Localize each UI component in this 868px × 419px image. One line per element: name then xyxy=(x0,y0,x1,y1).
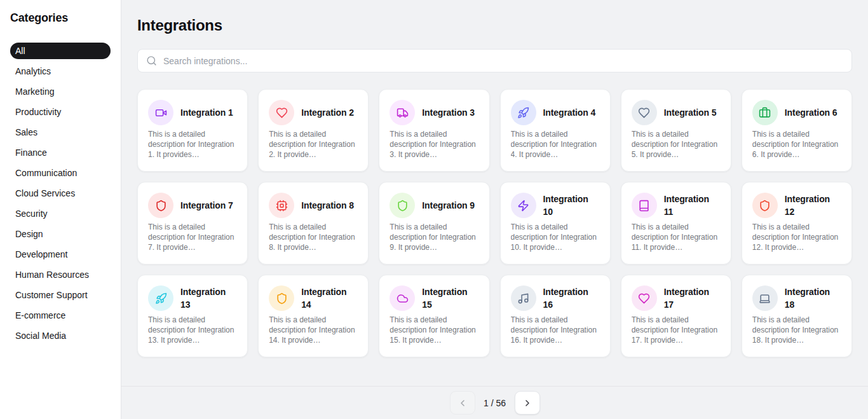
search-input[interactable] xyxy=(163,56,843,66)
cloud-icon xyxy=(390,285,415,311)
chevron-left-icon xyxy=(458,398,468,408)
integration-card[interactable]: Integration 13 This is a detailed descri… xyxy=(137,275,248,357)
integration-card[interactable]: Integration 4 This is a detailed descrip… xyxy=(500,89,611,172)
integration-card[interactable]: Integration 14 This is a detailed descri… xyxy=(258,275,369,357)
heart-icon xyxy=(632,100,657,125)
sidebar-item-productivity[interactable]: Productivity xyxy=(10,104,111,120)
heart-icon xyxy=(269,100,294,125)
prev-page-button[interactable] xyxy=(450,391,475,415)
sidebar-item-all[interactable]: All xyxy=(10,43,111,59)
shield-icon xyxy=(269,285,294,311)
sidebar-item-security[interactable]: Security xyxy=(10,205,111,222)
sidebar-item-customer-support[interactable]: Customer Support xyxy=(10,287,111,303)
sidebar-item-sales[interactable]: Sales xyxy=(10,124,111,141)
integration-card[interactable]: Integration 2 This is a detailed descrip… xyxy=(258,89,369,172)
integration-card[interactable]: Integration 8 This is a detailed descrip… xyxy=(258,182,369,264)
heart-icon xyxy=(632,285,657,311)
next-page-button[interactable] xyxy=(515,391,540,415)
sidebar-item-human-resources[interactable]: Human Resources xyxy=(10,266,111,283)
truck-icon xyxy=(390,100,415,125)
search-bar[interactable] xyxy=(137,49,852,72)
integration-card[interactable]: Integration 10 This is a detailed descri… xyxy=(500,182,611,264)
video-icon xyxy=(148,100,173,125)
sidebar-item-social-media[interactable]: Social Media xyxy=(10,327,111,344)
sidebar-item-finance[interactable]: Finance xyxy=(10,144,111,161)
categories-sidebar: Categories AllAnalyticsMarketingProducti… xyxy=(0,0,121,419)
integration-card[interactable]: Integration 15 This is a detailed descri… xyxy=(379,275,489,357)
integration-card[interactable]: Integration 3 This is a detailed descrip… xyxy=(379,89,489,172)
sidebar-item-analytics[interactable]: Analytics xyxy=(10,63,111,79)
main-panel: Integrations Integration 1 This is a det… xyxy=(121,0,868,419)
book-icon xyxy=(632,193,657,218)
categories-nav: AllAnalyticsMarketingProductivitySalesFi… xyxy=(10,43,111,344)
chevron-right-icon xyxy=(522,398,532,408)
briefcase-icon xyxy=(752,100,778,125)
integration-card[interactable]: Integration 1 This is a detailed descrip… xyxy=(137,89,248,172)
search-icon xyxy=(146,55,157,66)
pagination-bar: 1 / 56 xyxy=(121,386,868,419)
sidebar-item-e-commerce[interactable]: E-commerce xyxy=(10,307,111,324)
shield-icon xyxy=(390,193,415,218)
cpu-icon xyxy=(269,193,294,218)
integration-card[interactable]: Integration 17 This is a detailed descri… xyxy=(621,275,731,357)
integration-card[interactable]: Integration 7 This is a detailed descrip… xyxy=(137,182,248,264)
sidebar-item-communication[interactable]: Communication xyxy=(10,165,111,181)
rocket-icon xyxy=(511,100,536,125)
sidebar-item-marketing[interactable]: Marketing xyxy=(10,83,111,100)
integrations-grid: Integration 1 This is a detailed descrip… xyxy=(137,89,852,357)
shield-icon xyxy=(148,193,173,218)
integration-card[interactable]: Integration 11 This is a detailed descri… xyxy=(621,182,731,264)
rocket-icon xyxy=(148,285,173,311)
sidebar-item-design[interactable]: Design xyxy=(10,226,111,242)
content-area: Integrations Integration 1 This is a det… xyxy=(121,0,868,386)
sidebar-title: Categories xyxy=(10,11,111,25)
integration-card[interactable]: Integration 16 This is a detailed descri… xyxy=(500,275,611,357)
page-title: Integrations xyxy=(137,17,852,34)
integration-card[interactable]: Integration 9 This is a detailed descrip… xyxy=(379,182,489,264)
laptop-icon xyxy=(752,285,778,311)
shield-icon xyxy=(752,193,778,218)
app-window: Categories AllAnalyticsMarketingProducti… xyxy=(0,0,868,419)
page-indicator: 1 / 56 xyxy=(483,398,507,408)
integration-card[interactable]: Integration 12 This is a detailed descri… xyxy=(742,182,852,264)
integration-card[interactable]: Integration 18 This is a detailed descri… xyxy=(742,275,852,357)
sidebar-item-cloud-services[interactable]: Cloud Services xyxy=(10,185,111,202)
sidebar-item-development[interactable]: Development xyxy=(10,246,111,263)
integration-card[interactable]: Integration 6 This is a detailed descrip… xyxy=(742,89,852,172)
zap-icon xyxy=(511,193,536,218)
integration-card[interactable]: Integration 5 This is a detailed descrip… xyxy=(621,89,731,172)
music-icon xyxy=(511,285,536,311)
